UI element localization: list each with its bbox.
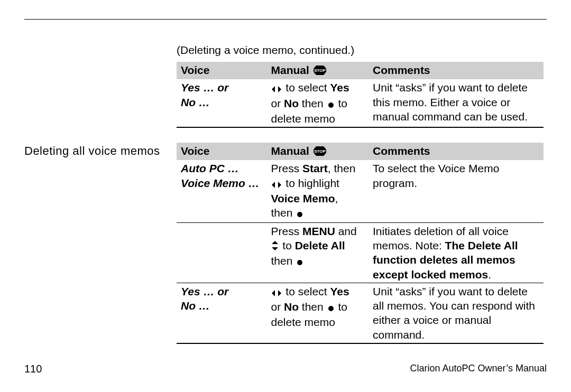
sidehead-empty	[24, 62, 177, 63]
table-header-row: Voice Manual Comments	[177, 62, 544, 79]
col-comments-header: Comments	[369, 143, 544, 160]
manual-cell: to select Yes or No then to delete memo	[266, 283, 369, 343]
col-voice-header: Voice	[177, 62, 266, 79]
table-delete-all: Voice Manual Comments Auto PC … Voice Me…	[177, 143, 544, 344]
comments-cell: Unit “asks” if you want to delete this m…	[369, 79, 544, 127]
manual-cell: to select Yes or No then to delete memo	[266, 79, 369, 127]
voice-cell: Yes … or No …	[177, 79, 266, 127]
comments-cell: Initiates deletion of all voice memos. N…	[369, 222, 544, 283]
enter-icon	[297, 255, 303, 269]
continued-caption: (Deleting a voice memo, continued.)	[177, 44, 547, 57]
manual-title: Clarion AutoPC Owner’s Manual	[410, 363, 547, 375]
comments-cell: To select the Voice Memo program.	[369, 160, 544, 222]
col-comments-header: Comments	[369, 62, 544, 79]
stop-icon	[314, 64, 326, 78]
enter-icon	[328, 301, 334, 315]
sidehead-delete-all: Deleting all voice memos	[24, 143, 177, 158]
table-row: Yes … or No … to select Yes or No then t…	[177, 79, 544, 127]
table-row: Auto PC … Voice Memo … Press Start, then…	[177, 160, 544, 222]
document-page: (Deleting a voice memo, continued.) Voic…	[0, 0, 571, 392]
table-row: Yes … or No … to select Yes or No then t…	[177, 283, 544, 343]
col-voice-header: Voice	[177, 143, 266, 160]
page-number: 110	[24, 363, 42, 375]
voice-cell	[177, 222, 266, 283]
top-rule	[24, 19, 547, 20]
enter-icon	[328, 97, 334, 111]
left-right-icon	[272, 285, 281, 300]
section-delete-all: Deleting all voice memos Voice Manual Co…	[24, 143, 547, 344]
table-delete-single: Voice Manual Comments Yes … or No …	[177, 62, 544, 128]
enter-icon	[297, 207, 303, 221]
comments-cell: Unit “asks” if you want to delete all me…	[369, 283, 544, 343]
up-down-icon	[272, 239, 278, 254]
table-header-row: Voice Manual Comments	[177, 143, 544, 160]
col-manual-header: Manual	[266, 143, 369, 160]
col-manual-header: Manual	[266, 62, 369, 79]
voice-cell: Yes … or No …	[177, 283, 266, 343]
left-right-icon	[272, 177, 281, 191]
manual-cell: Press Start, then to highlight Voice Mem…	[266, 160, 369, 222]
section-delete-single: Voice Manual Comments Yes … or No …	[24, 62, 547, 128]
manual-header-text: Manual	[271, 64, 309, 76]
voice-cell: Auto PC … Voice Memo …	[177, 160, 266, 222]
stop-icon	[314, 145, 326, 159]
left-right-icon	[272, 81, 281, 96]
manual-cell: Press MENU and to Delete All then	[266, 222, 369, 283]
manual-header-text: Manual	[271, 145, 309, 157]
table-row: Press MENU and to Delete All then Initia…	[177, 222, 544, 283]
page-footer: 110 Clarion AutoPC Owner’s Manual	[24, 363, 547, 375]
